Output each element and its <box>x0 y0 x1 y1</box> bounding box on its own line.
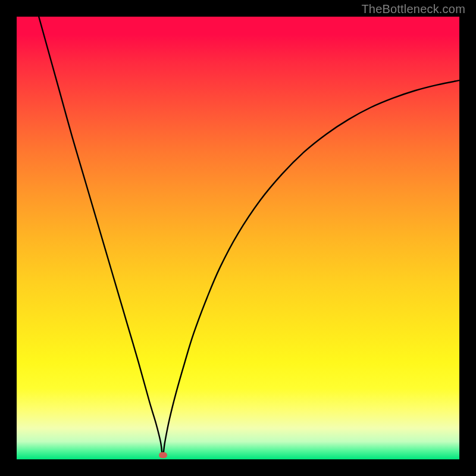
chart-frame: TheBottleneck.com <box>0 0 476 476</box>
plot-area <box>17 17 459 459</box>
bottleneck-curve <box>39 17 459 455</box>
minimum-marker <box>159 452 167 458</box>
watermark-text: TheBottleneck.com <box>361 2 465 16</box>
curve-svg <box>17 17 459 459</box>
